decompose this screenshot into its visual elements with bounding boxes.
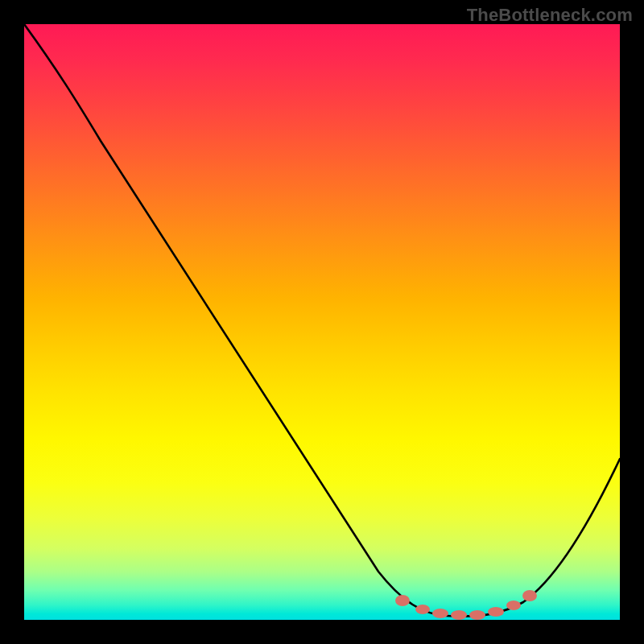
svg-point-0	[395, 595, 410, 606]
svg-point-4	[469, 610, 485, 620]
svg-point-7	[522, 590, 537, 601]
plot-area	[24, 24, 620, 620]
bottleneck-curve	[24, 24, 620, 617]
svg-point-1	[415, 605, 430, 614]
optimal-range-markers	[395, 590, 537, 620]
svg-point-2	[432, 609, 448, 618]
chart-svg	[24, 24, 620, 620]
svg-point-6	[506, 601, 521, 610]
chart-frame: TheBottleneck.com	[0, 0, 644, 644]
svg-point-3	[451, 610, 467, 620]
svg-point-5	[488, 607, 504, 617]
watermark-text: TheBottleneck.com	[467, 5, 633, 26]
